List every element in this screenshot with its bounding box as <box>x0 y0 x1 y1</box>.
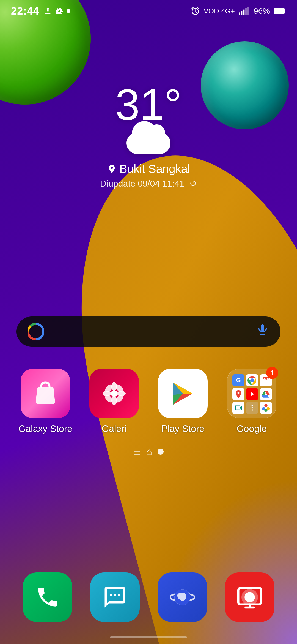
dock-item-messages[interactable] <box>90 572 140 622</box>
battery-icon <box>274 7 286 15</box>
app-item-google[interactable]: 1 G <box>221 369 282 434</box>
google-g-icon <box>28 323 44 340</box>
folder-grid: G <box>230 372 274 416</box>
svg-rect-7 <box>274 9 284 13</box>
galeri-flower-icon <box>100 380 128 407</box>
status-time: 22:44 <box>11 5 39 17</box>
carrier-text: VOD 4G+ <box>204 7 235 15</box>
folder-app-meet <box>232 402 244 414</box>
galeri-label: Galeri <box>102 423 127 434</box>
svg-point-31 <box>264 409 267 412</box>
svg-rect-1 <box>241 11 242 15</box>
page-indicator-active <box>158 449 164 455</box>
weather-location: Bukit Sangkal <box>107 162 190 176</box>
page-indicators: ☰ ⌂ <box>0 446 297 457</box>
app-item-galaxy-store[interactable]: Galaxy Store <box>15 369 76 434</box>
galaxy-store-label: Galaxy Store <box>18 423 73 434</box>
download-icon <box>43 7 52 15</box>
status-left: 22:44 <box>11 5 70 17</box>
alarm-icon <box>191 6 200 16</box>
folder-app-more <box>246 402 258 414</box>
play-store-label: Play Store <box>161 423 205 434</box>
phone-icon <box>35 585 60 610</box>
folder-app-youtube <box>246 388 258 400</box>
app-grid: Galaxy Store Galeri <box>0 369 297 434</box>
browser-icon <box>170 585 195 610</box>
location-pin-icon <box>107 164 117 174</box>
play-store-arrow-icon <box>169 380 197 407</box>
folder-app-photos <box>260 402 272 414</box>
search-bar[interactable] <box>16 316 280 347</box>
folder-app-chrome <box>246 374 258 386</box>
temperature: 31° <box>115 83 182 127</box>
weather-widget[interactable]: 31° Bukit Sangkal Diupdate 09/04 11:41 ↺ <box>0 83 297 189</box>
app-item-galeri[interactable]: Galeri <box>84 369 144 434</box>
svg-rect-0 <box>239 12 240 15</box>
svg-marker-27 <box>251 392 254 396</box>
page-indicator-home: ⌂ <box>146 446 152 457</box>
svg-point-28 <box>264 404 267 407</box>
screenrec-icon <box>237 585 262 610</box>
microphone-icon[interactable] <box>256 323 270 340</box>
google-folder-label: Google <box>237 423 267 434</box>
folder-app-drive <box>260 388 272 400</box>
page-indicator-list: ☰ <box>133 447 141 457</box>
notification-dot <box>67 9 70 13</box>
signal-icon <box>239 7 250 15</box>
notification-badge: 1 <box>266 367 278 379</box>
dock-item-browser[interactable] <box>158 572 207 622</box>
folder-app-google: G <box>232 374 244 386</box>
svg-rect-3 <box>245 8 247 15</box>
status-icons-left <box>43 7 70 15</box>
drive-icon <box>55 7 64 15</box>
galaxy-store-icon <box>21 369 70 418</box>
google-folder-icon: 1 G <box>227 369 276 418</box>
svg-point-36 <box>244 592 255 602</box>
refresh-icon: ↺ <box>189 179 197 189</box>
cloud-icon <box>127 132 170 154</box>
home-indicator <box>110 636 187 638</box>
galeri-icon <box>89 369 139 418</box>
galaxy-store-bag-icon <box>32 380 59 407</box>
svg-rect-6 <box>284 10 285 12</box>
weather-updated: Diupdate 09/04 11:41 ↺ <box>100 178 197 189</box>
play-store-icon <box>158 369 208 418</box>
messages-icon <box>103 585 127 610</box>
status-right: VOD 4G+ 96% <box>191 6 286 16</box>
svg-point-26 <box>250 378 254 382</box>
dock-item-phone[interactable] <box>23 572 72 622</box>
svg-rect-4 <box>248 7 249 15</box>
dock-item-screenrec[interactable] <box>225 572 274 622</box>
battery-text: 96% <box>254 6 270 16</box>
folder-app-maps <box>232 388 244 400</box>
location-name: Bukit Sangkal <box>120 162 190 176</box>
app-item-play-store[interactable]: Play Store <box>153 369 213 434</box>
svg-point-12 <box>111 390 117 397</box>
svg-rect-2 <box>243 10 244 15</box>
dock <box>0 572 297 622</box>
google-logo <box>28 323 44 340</box>
status-bar: 22:44 VOD 4G+ 96% <box>0 0 297 22</box>
